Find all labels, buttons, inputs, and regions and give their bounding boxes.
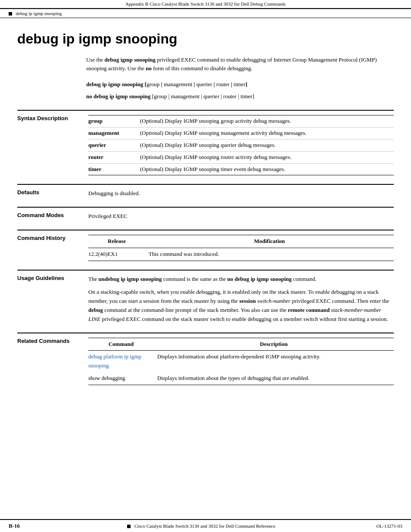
syntax-description-content: group(Optional) Display IGMP snooping gr… bbox=[84, 111, 394, 180]
command-modes-content: Privileged EXEC bbox=[84, 208, 394, 225]
usage-para1: The undebug ip igmp snooping command is … bbox=[88, 275, 394, 284]
syntax-description-label: Syntax Description bbox=[17, 111, 84, 180]
syntax-table-row: querier(Optional) Display IGMP snooping … bbox=[88, 139, 394, 151]
main-content: debug ip igmp snooping Use the debug igm… bbox=[0, 18, 411, 415]
usage-bold1: undebug ip igmp snooping bbox=[98, 276, 162, 282]
related-table-row: debug platform ip igmp snoopingDisplays … bbox=[88, 351, 394, 372]
syntax-table-row: router(Optional) Display IGMP snooping r… bbox=[88, 151, 394, 163]
syntax-line1: debug ip igmp snooping [group | manageme… bbox=[86, 81, 394, 88]
usage-bold2: no debug ip igmp snooping bbox=[227, 276, 292, 282]
related-desc: Displays information about the types of … bbox=[157, 372, 394, 385]
syntax-param: management bbox=[88, 128, 140, 140]
footer-center: Cisco Catalyst Blade Switch 3130 and 303… bbox=[34, 523, 368, 529]
command-modes-label: Command Modes bbox=[17, 208, 84, 225]
history-release: 12.2(40)EX1 bbox=[88, 248, 149, 261]
command-modes-section: Command Modes Privileged EXEC bbox=[17, 207, 394, 225]
usage-guidelines-section: Usage Guidelines The undebug ip igmp sno… bbox=[17, 270, 394, 328]
description-para: Use the debug igmp snooping privileged E… bbox=[86, 56, 394, 72]
history-table: Release Modification 12.2(40)EX1This com… bbox=[88, 235, 394, 261]
page-title: debug ip igmp snooping bbox=[17, 31, 394, 47]
syntax-desc: (Optional) Display IGMP snooping managem… bbox=[140, 128, 394, 140]
syntax-desc: (Optional) Display IGMP snooping router … bbox=[140, 151, 394, 163]
usage-italic1: switch-number bbox=[257, 298, 290, 304]
usage-bold3: session bbox=[239, 298, 255, 304]
defaults-label: Defaults bbox=[17, 185, 84, 202]
footer-center-text: Cisco Catalyst Blade Switch 3130 and 303… bbox=[134, 523, 275, 529]
usage-bold5: remote command bbox=[288, 307, 330, 313]
related-desc: Displays information about platform-depe… bbox=[157, 351, 394, 372]
related-table: Command Description debug platform ip ig… bbox=[88, 338, 394, 385]
related-commands-section: Related Commands Command Description deb… bbox=[17, 333, 394, 389]
history-col-modification: Modification bbox=[149, 235, 394, 248]
related-col-desc: Description bbox=[157, 338, 394, 351]
syntax-line2: no debug ip igmp snooping [group | manag… bbox=[86, 91, 394, 101]
command-history-content: Release Modification 12.2(40)EX1This com… bbox=[84, 230, 394, 265]
desc-bold2: no bbox=[146, 65, 152, 72]
syntax-desc: (Optional) Display IGMP snooping querier… bbox=[140, 139, 394, 151]
syntax-table-row: timer(Optional) Display IGMP snooping ti… bbox=[88, 163, 394, 175]
syntax-description-section: Syntax Description group(Optional) Displ… bbox=[17, 110, 394, 180]
desc-bold1: debug igmp snooping bbox=[105, 56, 156, 63]
footer-black-square bbox=[127, 525, 131, 528]
related-table-row: show debuggingDisplays information about… bbox=[88, 372, 394, 385]
description-area: Use the debug igmp snooping privileged E… bbox=[86, 56, 394, 72]
syntax-param: timer bbox=[88, 163, 140, 175]
syntax-table-row: management(Optional) Display IGMP snoopi… bbox=[88, 128, 394, 140]
appendix-title: Appendix B Cisco Catalyst Blade Switch 3… bbox=[125, 1, 286, 6]
history-table-row: 12.2(40)EX1This command was introduced. bbox=[88, 248, 394, 261]
top-header: debug ip igmp snooping bbox=[0, 8, 411, 18]
related-commands-label: Related Commands bbox=[17, 333, 84, 389]
black-square-icon bbox=[9, 12, 12, 16]
usage-guidelines-label: Usage Guidelines bbox=[17, 271, 84, 328]
syntax-table-row: group(Optional) Display IGMP snooping gr… bbox=[88, 115, 394, 128]
footer-page-number: B-16 bbox=[9, 523, 34, 529]
usage-italic2: stack-member-number LINE bbox=[88, 307, 381, 322]
chapter-marker: debug ip igmp snooping bbox=[16, 11, 62, 16]
history-modification: This command was introduced. bbox=[149, 248, 394, 261]
usage-para2: On a stacking-capable switch, when you e… bbox=[88, 288, 394, 324]
syntax-param: group bbox=[88, 115, 140, 128]
footer-right: OL-13271-03 bbox=[368, 523, 402, 529]
related-col-command: Command bbox=[88, 338, 157, 351]
bottom-footer: B-16 Cisco Catalyst Blade Switch 3130 an… bbox=[0, 519, 411, 532]
syntax-param: querier bbox=[88, 139, 140, 151]
command-history-section: Command History Release Modification 12.… bbox=[17, 230, 394, 265]
related-header-row: Command Description bbox=[88, 338, 394, 351]
desc-text2: form of this command to disable debuggin… bbox=[153, 65, 252, 72]
top-breadcrumb: Appendix B Cisco Catalyst Blade Switch 3… bbox=[0, 0, 411, 8]
command-history-label: Command History bbox=[17, 230, 84, 265]
related-command: show debugging bbox=[88, 372, 157, 385]
history-header-row: Release Modification bbox=[88, 235, 394, 248]
usage-bold4: debug bbox=[88, 307, 103, 313]
related-command[interactable]: debug platform ip igmp snooping bbox=[88, 351, 157, 372]
syntax-table: group(Optional) Display IGMP snooping gr… bbox=[88, 115, 394, 175]
syntax-desc: (Optional) Display IGMP snooping group a… bbox=[140, 115, 394, 128]
header-left: debug ip igmp snooping bbox=[9, 11, 62, 16]
usage-guidelines-content: The undebug ip igmp snooping command is … bbox=[84, 271, 394, 328]
defaults-section: Defaults Debugging is disabled. bbox=[17, 184, 394, 202]
syntax-param: router bbox=[88, 151, 140, 163]
history-col-release: Release bbox=[88, 235, 149, 248]
related-commands-content: Command Description debug platform ip ig… bbox=[84, 333, 394, 389]
defaults-content: Debugging is disabled. bbox=[84, 185, 394, 202]
syntax-desc: (Optional) Display IGMP snooping timer e… bbox=[140, 163, 394, 175]
